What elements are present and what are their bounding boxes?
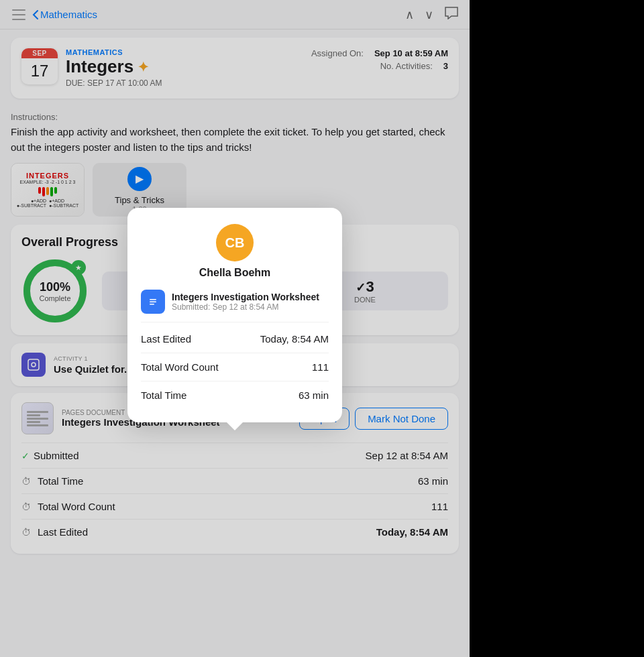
- student-name: Chella Boehm: [141, 267, 329, 279]
- popup-last-edited-row: Last Edited Today, 8:54 AM: [141, 325, 329, 353]
- popup-doc-name: Integers Investigation Worksheet: [172, 292, 319, 302]
- popup-overlay: CB Chella Boehm Integers Investigation W…: [0, 0, 470, 657]
- popup-word-count-label: Total Word Count: [141, 361, 219, 373]
- svg-rect-8: [150, 299, 156, 300]
- popup-word-count-row: Total Word Count 111: [141, 353, 329, 381]
- doc-icon: [141, 290, 165, 314]
- student-popup: CB Chella Boehm Integers Investigation W…: [127, 208, 342, 422]
- popup-word-count-value: 111: [312, 361, 329, 373]
- popup-total-time-label: Total Time: [141, 390, 186, 401]
- popup-total-time-value: 63 min: [299, 390, 329, 401]
- svg-rect-10: [150, 304, 154, 305]
- student-avatar: CB: [216, 224, 254, 261]
- popup-doc-row: Integers Investigation Worksheet Submitt…: [141, 290, 329, 322]
- popup-last-edited-label: Last Edited: [141, 333, 191, 345]
- popup-total-time-row: Total Time 63 min: [141, 381, 329, 409]
- svg-rect-9: [150, 302, 156, 303]
- popup-doc-info: Integers Investigation Worksheet Submitt…: [172, 292, 319, 312]
- popup-doc-submitted: Submitted: Sep 12 at 8:54 AM: [172, 302, 319, 312]
- popup-last-edited-value: Today, 8:54 AM: [260, 333, 329, 345]
